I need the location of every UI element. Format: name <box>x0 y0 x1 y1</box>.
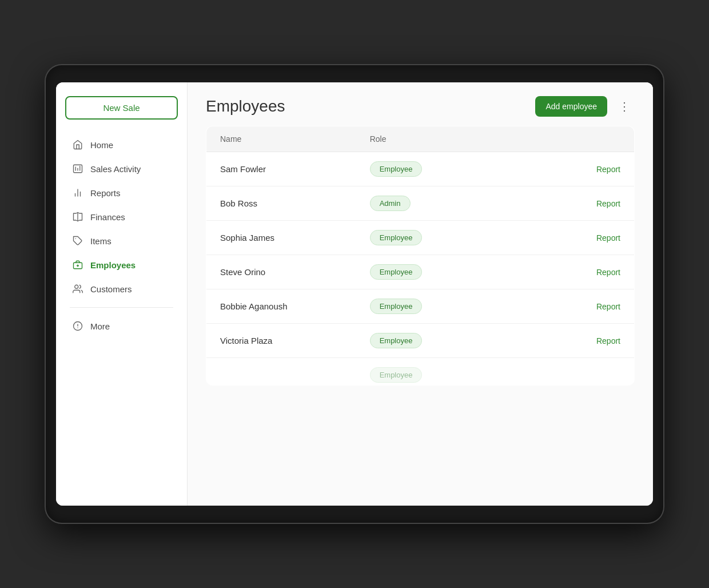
page-title: Employees <box>206 97 285 116</box>
sidebar: New Sale Home <box>56 82 188 506</box>
sidebar-item-label: Reports <box>90 188 121 198</box>
table-row-partial: Employee <box>206 358 635 386</box>
report-action: Report <box>527 255 634 289</box>
reports-icon <box>72 187 83 198</box>
table-row[interactable]: Sam Fowler Employee Report <box>206 152 635 186</box>
role-badge: Employee <box>370 299 423 314</box>
items-icon <box>72 235 83 247</box>
column-header-role: Role <box>356 126 528 152</box>
table-row[interactable]: Bob Ross Admin Report <box>206 186 635 221</box>
employee-name: Steve Orino <box>206 255 356 289</box>
top-bar: Employees Add employee ⋮ <box>188 82 653 126</box>
tablet-screen: New Sale Home <box>56 82 653 506</box>
role-badge: Employee <box>370 161 423 177</box>
role-badge: Employee <box>370 230 423 245</box>
employee-role: Admin <box>356 186 528 221</box>
report-link[interactable]: Report <box>596 302 620 311</box>
employees-icon <box>72 259 83 271</box>
report-link[interactable]: Report <box>596 336 620 345</box>
table-container: Name Role Sam Fowler Employee Report Bob… <box>188 126 653 506</box>
employee-role-partial: Employee <box>356 358 528 386</box>
report-link[interactable]: Report <box>596 268 620 277</box>
table-header-row: Name Role <box>206 126 635 152</box>
tablet-frame: New Sale Home <box>46 65 663 523</box>
home-icon <box>72 139 83 150</box>
report-action: Report <box>527 324 634 358</box>
table-row[interactable]: Sophia James Employee Report <box>206 221 635 255</box>
sidebar-item-more[interactable]: More <box>65 315 178 337</box>
more-options-button[interactable]: ⋮ <box>614 97 635 116</box>
sidebar-item-items[interactable]: Items <box>65 229 178 252</box>
sidebar-item-sales-activity[interactable]: Sales Activity <box>65 157 178 180</box>
role-badge: Employee <box>370 264 423 280</box>
new-sale-button[interactable]: New Sale <box>65 96 178 120</box>
role-badge: Admin <box>370 196 411 211</box>
nav-list: Home Sales Activity <box>65 133 178 300</box>
finances-icon <box>72 211 83 223</box>
sidebar-item-reports[interactable]: Reports <box>65 181 178 204</box>
sidebar-item-home[interactable]: Home <box>65 133 178 156</box>
employee-name: Sam Fowler <box>206 152 356 186</box>
employee-role: Employee <box>356 255 528 289</box>
svg-point-13 <box>75 285 78 288</box>
sidebar-more-label: More <box>90 321 110 331</box>
employee-role: Employee <box>356 152 528 186</box>
employee-name: Victoria Plaza <box>206 324 356 358</box>
more-dots-icon: ⋮ <box>619 100 630 113</box>
employee-name: Bob Ross <box>206 186 356 221</box>
employee-name-partial <box>206 358 356 386</box>
column-header-action <box>527 126 634 152</box>
more-icon <box>72 320 83 332</box>
report-action: Report <box>527 221 634 255</box>
table-row[interactable]: Bobbie Aganoush Employee Report <box>206 289 635 324</box>
role-badge-partial: Employee <box>370 367 423 383</box>
sales-activity-icon <box>72 163 83 174</box>
table-row[interactable]: Victoria Plaza Employee Report <box>206 324 635 358</box>
column-header-name: Name <box>206 126 356 152</box>
sidebar-item-label: Customers <box>90 284 132 294</box>
main-content: Employees Add employee ⋮ Name Role <box>188 82 653 506</box>
table-row[interactable]: Steve Orino Employee Report <box>206 255 635 289</box>
employee-role: Employee <box>356 221 528 255</box>
employees-table: Name Role Sam Fowler Employee Report Bob… <box>206 126 635 386</box>
sidebar-item-label: Employees <box>90 260 136 270</box>
sidebar-item-label: Home <box>90 140 113 150</box>
sidebar-item-employees[interactable]: Employees <box>65 253 178 276</box>
sidebar-item-label: Finances <box>90 212 125 222</box>
sidebar-item-finances[interactable]: Finances <box>65 205 178 228</box>
add-employee-button[interactable]: Add employee <box>535 96 607 117</box>
top-bar-actions: Add employee ⋮ <box>535 96 635 117</box>
report-link[interactable]: Report <box>596 165 620 174</box>
employee-name: Bobbie Aganoush <box>206 289 356 324</box>
report-action-partial <box>527 358 634 386</box>
report-action: Report <box>527 289 634 324</box>
customers-icon <box>72 283 83 295</box>
report-action: Report <box>527 186 634 221</box>
role-badge: Employee <box>370 333 423 348</box>
employee-role: Employee <box>356 324 528 358</box>
employee-name: Sophia James <box>206 221 356 255</box>
report-link[interactable]: Report <box>596 199 620 208</box>
sidebar-item-label: Items <box>90 236 111 246</box>
sidebar-item-customers[interactable]: Customers <box>65 277 178 300</box>
report-link[interactable]: Report <box>596 233 620 243</box>
sidebar-item-label: Sales Activity <box>90 164 141 174</box>
nav-divider <box>70 307 173 308</box>
employee-role: Employee <box>356 289 528 324</box>
report-action: Report <box>527 152 634 186</box>
